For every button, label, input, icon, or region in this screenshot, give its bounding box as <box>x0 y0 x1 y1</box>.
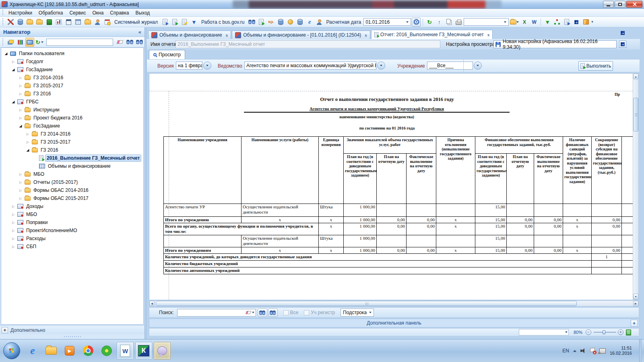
expand-extra-panel-button[interactable]: + <box>631 320 638 327</box>
tree-item[interactable]: ▷ПроектИсполнениеМО <box>1 226 143 234</box>
table-edit-button[interactable] <box>74 18 83 27</box>
minimize-button[interactable] <box>603 1 614 8</box>
close-tab-icon[interactable]: x <box>487 32 490 37</box>
excel-button[interactable]: X <box>520 18 529 27</box>
tree-item[interactable]: ▷Доходы <box>1 202 143 210</box>
tree-item[interactable]: ▷ГЗ 2016 <box>1 90 143 98</box>
expander-icon[interactable]: ▷ <box>18 197 23 200</box>
view-grid-button[interactable] <box>619 41 626 48</box>
tree-item[interactable]: ◢ГРБС <box>1 98 143 106</box>
menu-help[interactable]: Справка <box>107 9 132 16</box>
save-as-button[interactable] <box>510 18 519 27</box>
export-combo[interactable] <box>464 18 509 26</box>
page-edit-button[interactable] <box>180 18 189 27</box>
user-button[interactable] <box>93 18 102 27</box>
action-center-icon[interactable] <box>590 348 595 354</box>
toolbar-grip[interactable] <box>2 18 4 26</box>
expander-icon[interactable]: ▷ <box>25 132 30 136</box>
tree-item[interactable]: ◢ГЗ 2016 <box>1 146 143 154</box>
columns-button[interactable] <box>16 38 25 47</box>
clear-search-button[interactable] <box>116 38 124 47</box>
view-subtab[interactable]: Просмотр <box>149 50 185 59</box>
status-combo[interactable] <box>519 329 569 335</box>
expander-icon[interactable]: ▷ <box>25 140 30 144</box>
doc-run-button[interactable] <box>257 18 266 27</box>
expander-icon[interactable]: ▷ <box>18 92 23 96</box>
monitor-view-button[interactable] <box>25 38 34 47</box>
version-dropdown-button[interactable] <box>203 62 211 70</box>
tree-item[interactable]: ▷СБП <box>1 243 143 251</box>
expander-icon[interactable]: ▷ <box>11 221 16 224</box>
zoom-slider-thumb[interactable] <box>603 330 605 334</box>
print-button[interactable] <box>454 18 463 27</box>
page-go-button[interactable] <box>562 18 571 27</box>
expander-icon[interactable]: ▷ <box>18 116 23 120</box>
taskbar-messenger[interactable] <box>154 342 171 360</box>
run-button[interactable]: Выполнить <box>578 61 613 71</box>
eraser-icon[interactable] <box>245 311 251 314</box>
expander-icon[interactable]: ▷ <box>11 245 16 249</box>
menu-windows[interactable]: Окна <box>89 9 107 16</box>
refresh-button[interactable]: ↻ <box>425 18 434 27</box>
zoom-in-button[interactable]: + <box>618 329 623 335</box>
tree-item[interactable]: ◢Папки пользователя <box>1 49 143 58</box>
menu-processing[interactable]: Обработка <box>35 9 66 16</box>
expander-icon[interactable]: ▷ <box>18 108 23 112</box>
taskbar-word[interactable]: W <box>117 342 134 360</box>
expander-icon[interactable]: ▷ <box>18 76 23 80</box>
folder-import-button[interactable] <box>25 18 34 27</box>
database-button[interactable] <box>16 18 25 27</box>
horizontal-scrollbar[interactable]: ◀ ▶ <box>149 300 639 306</box>
expander-icon[interactable]: ▷ <box>11 205 16 208</box>
scroll-left-button[interactable]: ◀ <box>149 301 155 306</box>
taskbar-kc-app[interactable]: К <box>135 342 152 360</box>
close-tab-icon[interactable]: x <box>226 33 228 37</box>
tab-list-button[interactable] <box>621 31 625 36</box>
layers-button[interactable] <box>6 38 15 47</box>
tree-item[interactable]: ▷ГЗ 2015-2017 <box>1 82 143 90</box>
version-combo[interactable]: на 1 феврал <box>176 62 202 70</box>
expander-icon[interactable]: ▷ <box>11 60 16 64</box>
tab-report[interactable]: Отчет: 2016_Выполнение ГЗ_Месячный отчет… <box>371 30 493 39</box>
search-input[interactable] <box>179 310 245 316</box>
extra-panel-bar[interactable]: Дополнительная панель + <box>149 319 639 327</box>
tree-item-monthly-report[interactable]: 2016_Выполнение ГЗ_Месячный отчет <box>1 154 143 162</box>
network-icon[interactable] <box>599 348 606 354</box>
scroll-down-button[interactable]: ▼ <box>633 294 638 299</box>
copy-button[interactable] <box>444 18 453 27</box>
tree-item[interactable]: ▷Госдолг <box>1 58 143 66</box>
panel-resize-grip[interactable] <box>0 334 144 339</box>
db-word-button[interactable] <box>295 18 304 27</box>
department-dropdown-button[interactable] <box>377 62 385 70</box>
view-setting-value[interactable]: Новая настройка (Афанасьева 16.02.2016 9… <box>493 40 617 48</box>
up-button[interactable]: ↑ <box>435 18 444 27</box>
tree-item[interactable]: ◢ГосЗадание <box>1 66 143 74</box>
search-mode-combo[interactable]: Подстрока <box>341 309 374 317</box>
zoom-slider-track[interactable] <box>594 332 616 333</box>
tree-item[interactable]: ▷Проект бюджета 2016 <box>1 114 143 122</box>
tree-item[interactable]: ▷ГЗ 2014-2016 <box>1 130 143 138</box>
tree-item[interactable]: ▷Поправки <box>1 218 143 226</box>
institution-dropdown-button[interactable] <box>474 62 482 70</box>
vertical-scrollbar[interactable]: ▲ ▼ <box>633 73 639 300</box>
menu-settings[interactable]: Настройки <box>5 9 35 16</box>
download-page-button[interactable]: ▼ <box>543 18 552 27</box>
expander-icon[interactable]: ▷ <box>18 173 23 176</box>
tree-item[interactable]: ▷Формы ОБАС 2015-2017 <box>1 194 143 202</box>
start-button[interactable] <box>3 342 20 359</box>
taskbar-media-player[interactable]: ▶ <box>61 342 78 360</box>
menu-exit[interactable]: Выход <box>132 9 153 16</box>
expander-icon[interactable]: ▷ <box>11 229 16 232</box>
scrollbar-thumb[interactable] <box>156 301 577 306</box>
toolbar-overflow-button[interactable]: ▾ <box>591 21 593 23</box>
close-button[interactable] <box>626 1 642 8</box>
calculator-button[interactable] <box>64 18 73 27</box>
page-refresh-button[interactable] <box>170 18 179 27</box>
expander-icon[interactable]: ▷ <box>18 84 23 88</box>
taskbar-chrome[interactable] <box>80 342 97 360</box>
folder-export-button[interactable] <box>35 18 44 27</box>
book-button[interactable] <box>45 18 54 27</box>
toolbar-grip[interactable] <box>2 10 4 16</box>
tree-item[interactable]: ▷МБО <box>1 210 143 218</box>
target-button[interactable] <box>412 18 421 27</box>
